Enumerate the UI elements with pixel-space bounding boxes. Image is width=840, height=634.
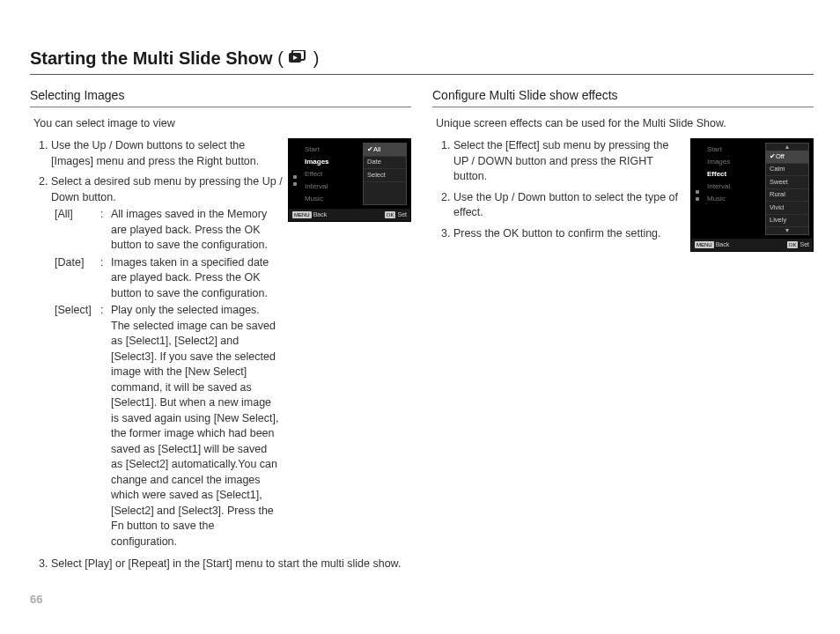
submenu-item-calm: Calm	[766, 164, 808, 177]
menu-item-interval: Interval	[301, 181, 363, 193]
menu-list: Start Images Effect Interval Music	[704, 139, 765, 239]
submenu-item-all: ✔All	[364, 144, 406, 157]
menu-item-music: Music	[301, 193, 363, 205]
submenu-item-date: Date	[364, 157, 406, 170]
check-icon: ✔	[367, 145, 372, 155]
submenu-list: ▴ ✔Off Calm Sweet Rural Vivid Lively ▾	[765, 143, 809, 235]
left-intro: You can select image to view	[33, 116, 411, 132]
step-3: Select [Play] or [Repeat] in the [Start]…	[51, 557, 411, 572]
menu-item-images: Images	[301, 155, 363, 167]
slideshow-icon	[289, 46, 308, 70]
side-icon	[293, 175, 297, 179]
right-intro: Unique screen effects can be used for th…	[436, 116, 814, 132]
definitions: [All]:All images saved in the Memory are…	[55, 207, 283, 551]
paren-open: (	[277, 46, 284, 70]
def-key-date: [Date]	[55, 255, 100, 304]
side-icon	[696, 197, 699, 201]
camera-menu-effect: Start Images Effect Interval Music ▴ ✔Of…	[690, 138, 814, 252]
page-number: 66	[30, 592, 42, 608]
def-key-select: [Select]	[55, 303, 100, 551]
def-key-all: [All]	[55, 207, 100, 255]
page-title: Starting the Multi Slide Show ( )	[30, 46, 814, 70]
side-icon	[293, 182, 297, 186]
submenu-list: ✔All Date Select	[363, 143, 407, 205]
left-heading: Selecting Images	[30, 87, 411, 105]
chevron-up-icon: ▴	[766, 144, 808, 151]
title-divider	[30, 74, 814, 75]
left-heading-divider	[30, 107, 411, 107]
submenu-item-lively: Lively	[766, 215, 808, 228]
footer-set: OKSet	[385, 210, 407, 219]
menu-item-effect: Effect	[704, 167, 765, 180]
ok-badge: OK	[787, 241, 799, 248]
camera-menu-images: Start Images Effect Interval Music ✔All …	[288, 138, 411, 222]
chevron-down-icon: ▾	[766, 227, 808, 234]
step-2: Select a desired sub menu by pressing th…	[51, 174, 411, 551]
menu-item-start: Start	[301, 143, 363, 155]
side-icon	[696, 190, 699, 194]
title-text: Starting the Multi Slide Show	[30, 46, 273, 70]
submenu-item-off: ✔Off	[766, 151, 808, 164]
def-val-select: Play only the selected images. The selec…	[111, 303, 283, 551]
menu-item-effect: Effect	[301, 167, 363, 180]
footer-set: OKSet	[787, 240, 809, 249]
menu-list: Start Images Effect Interval Music	[301, 139, 363, 209]
right-heading-divider	[432, 107, 814, 107]
menu-item-images: Images	[704, 155, 765, 167]
menu-item-start: Start	[704, 143, 765, 155]
check-icon: ✔	[770, 152, 775, 162]
submenu-item-vivid: Vivid	[766, 202, 808, 215]
submenu-item-sweet: Sweet	[766, 176, 808, 189]
paren-close: )	[313, 46, 320, 70]
right-column: Configure Multi Slide show effects Uniqu…	[432, 87, 814, 578]
menu-item-music: Music	[704, 193, 765, 205]
submenu-item-select: Select	[364, 169, 406, 182]
footer-back: MENUBack	[292, 210, 327, 219]
def-val-date: Images taken in a specified date are pla…	[111, 255, 283, 304]
right-heading: Configure Multi Slide show effects	[432, 87, 814, 105]
menu-badge: MENU	[695, 241, 714, 248]
menu-badge: MENU	[292, 211, 312, 218]
footer-back: MENUBack	[695, 240, 729, 249]
def-val-all: All images saved in the Memory are playe…	[111, 207, 283, 255]
submenu-item-rural: Rural	[766, 189, 808, 203]
left-column: Selecting Images You can select image to…	[30, 87, 411, 578]
menu-item-interval: Interval	[704, 181, 765, 193]
ok-badge: OK	[385, 211, 396, 218]
